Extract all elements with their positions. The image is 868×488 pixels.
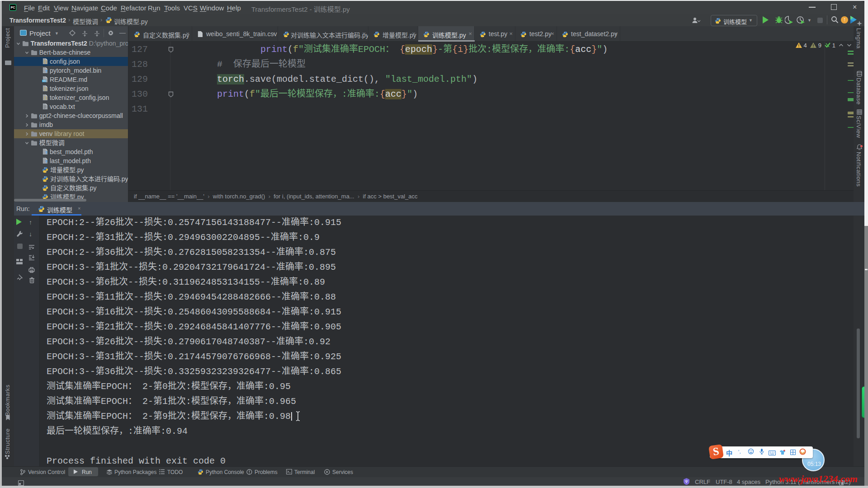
svg-text:?: ? [45,160,48,164]
svg-text:{}: {} [43,96,48,100]
svg-text:?: ? [45,150,48,155]
svg-text:{}: {} [43,87,48,91]
svg-text:’,: ’, [738,449,741,454]
svg-text:{}: {} [43,60,48,64]
svg-text:?: ? [45,69,48,74]
svg-text:MD: MD [42,80,46,82]
